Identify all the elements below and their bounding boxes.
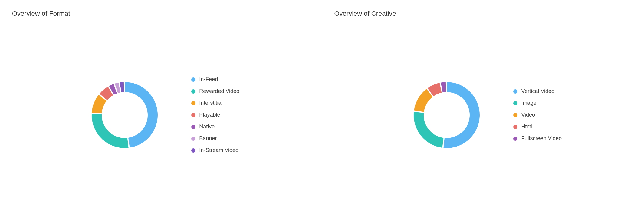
legend-dot [513, 89, 518, 94]
legend-label: Fullscreen Video [521, 135, 562, 142]
legend-label: Rewarded Video [199, 88, 239, 94]
legend-creative: Vertical VideoImageVideoHtmlFullscreen V… [513, 88, 562, 142]
legend-dot [513, 125, 518, 129]
legend-item: In-Stream Video [191, 147, 239, 153]
donut-creative [404, 73, 489, 157]
legend-item: Video [513, 112, 562, 118]
legend-item: Rewarded Video [191, 88, 239, 94]
legend-label: Native [199, 123, 215, 130]
legend-label: In-Stream Video [199, 147, 238, 153]
legend-label: Vertical Video [521, 88, 554, 94]
legend-item: Native [191, 123, 239, 130]
legend-label: In-Feed [199, 76, 218, 83]
panel-title-format: Overview of Format [12, 10, 310, 18]
legend-item: Image [513, 100, 562, 106]
legend-format: In-FeedRewarded VideoInterstitialPlayabl… [191, 76, 239, 153]
legend-item: Fullscreen Video [513, 135, 562, 142]
legend-item: Vertical Video [513, 88, 562, 94]
panel-format: Overview of FormatIn-FeedRewarded VideoI… [0, 0, 322, 214]
legend-dot [191, 89, 196, 94]
legend-item: In-Feed [191, 76, 239, 83]
legend-item: Playable [191, 112, 239, 118]
legend-label: Html [521, 123, 532, 130]
legend-dot [513, 113, 518, 117]
legend-dot [513, 101, 518, 105]
legend-label: Image [521, 100, 536, 106]
legend-label: Interstitial [199, 100, 222, 106]
legend-dot [513, 137, 518, 141]
legend-dot [191, 101, 196, 105]
legend-item: Interstitial [191, 100, 239, 106]
panel-title-creative: Overview of Creative [334, 10, 632, 18]
legend-dot [191, 77, 196, 82]
legend-dot [191, 125, 196, 129]
legend-dot [191, 148, 196, 153]
chart-area-creative: Vertical VideoImageVideoHtmlFullscreen V… [334, 30, 632, 200]
donut-format [82, 73, 167, 157]
chart-area-format: In-FeedRewarded VideoInterstitialPlayabl… [12, 30, 310, 200]
legend-label: Video [521, 112, 535, 118]
panel-creative: Overview of CreativeVertical VideoImageV… [322, 0, 644, 214]
legend-label: Playable [199, 112, 220, 118]
legend-item: Html [513, 123, 562, 130]
legend-dot [191, 113, 196, 117]
legend-item: Banner [191, 135, 239, 142]
legend-dot [191, 137, 196, 141]
legend-label: Banner [199, 135, 217, 142]
dashboard: Overview of FormatIn-FeedRewarded VideoI… [0, 0, 644, 214]
